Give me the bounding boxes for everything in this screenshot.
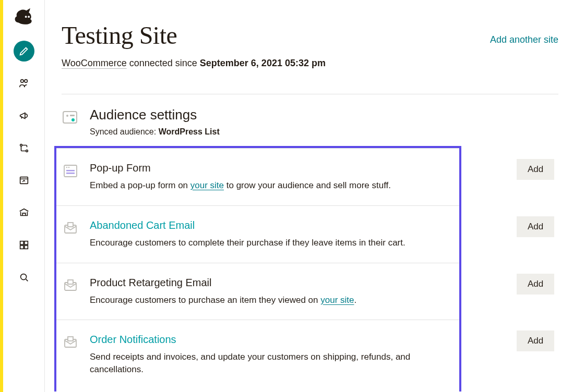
audience-settings-title: Audience settings xyxy=(90,107,220,123)
svg-point-1 xyxy=(28,16,30,18)
freddie-icon xyxy=(13,6,35,29)
svg-rect-26 xyxy=(68,337,73,341)
nav-automations[interactable] xyxy=(14,138,34,158)
connection-status: WooCommerce connected since September 6,… xyxy=(62,58,558,69)
platform-link[interactable]: WooCommerce xyxy=(62,58,127,68)
website-icon xyxy=(18,175,30,186)
svg-rect-9 xyxy=(20,246,23,249)
search-icon xyxy=(18,272,30,283)
email-icon xyxy=(63,278,78,293)
svg-rect-24 xyxy=(68,280,73,284)
svg-rect-14 xyxy=(70,115,75,116)
form-icon xyxy=(63,163,78,179)
svg-point-11 xyxy=(20,274,26,280)
connected-text: connected since xyxy=(129,58,197,68)
synced-value: WordPress List xyxy=(159,127,220,136)
svg-point-0 xyxy=(25,16,27,18)
brand-logo[interactable] xyxy=(13,6,35,29)
svg-point-18 xyxy=(68,167,69,168)
svg-rect-8 xyxy=(24,241,27,244)
journey-icon xyxy=(18,142,30,154)
your-site-link[interactable]: your site xyxy=(190,180,224,190)
abandoned-cart-title[interactable]: Abandoned Cart Email xyxy=(90,219,453,231)
audience-settings-header: Audience settings Synced audience: WordP… xyxy=(62,94,558,146)
svg-point-2 xyxy=(20,80,23,83)
add-abandoned-button[interactable]: Add xyxy=(517,216,554,237)
svg-point-17 xyxy=(66,167,67,168)
email-icon xyxy=(63,335,78,350)
synced-audience: Synced audience: WordPress List xyxy=(90,127,220,137)
svg-point-5 xyxy=(26,150,28,152)
row-popup-form: Pop-up Form Embed a pop-up form on your … xyxy=(56,148,459,205)
add-retarget-button[interactable]: Add xyxy=(517,274,554,295)
main-content: Testing Site Add another site WooCommerc… xyxy=(45,0,573,392)
grid-icon xyxy=(18,239,30,251)
nav-campaigns[interactable] xyxy=(14,105,34,126)
highlighted-section: Pop-up Form Embed a pop-up form on your … xyxy=(54,146,461,391)
svg-point-3 xyxy=(24,80,27,83)
svg-rect-22 xyxy=(68,223,73,227)
nav-audience[interactable] xyxy=(14,73,34,94)
popup-form-title: Pop-up Form xyxy=(90,162,453,174)
svg-point-4 xyxy=(20,144,22,146)
svg-point-13 xyxy=(66,115,68,117)
row-abandoned-cart: Abandoned Cart Email Encourage customers… xyxy=(56,205,459,263)
add-popup-button[interactable]: Add xyxy=(517,159,554,180)
settings-card-icon xyxy=(62,109,78,126)
add-another-site-link[interactable]: Add another site xyxy=(490,34,558,45)
svg-rect-19 xyxy=(66,170,75,172)
product-retargeting-title: Product Retargeting Email xyxy=(90,277,453,289)
svg-rect-20 xyxy=(66,173,75,174)
connected-date: September 6, 2021 05:32 pm xyxy=(200,58,326,68)
synced-label: Synced audience: xyxy=(90,127,156,136)
svg-point-15 xyxy=(71,118,75,121)
nav-website[interactable] xyxy=(14,170,34,191)
nav-integrations[interactable] xyxy=(14,235,34,255)
product-retargeting-desc: Encourage customers to purchase an item … xyxy=(90,294,453,307)
abandoned-cart-desc: Encourage customers to complete their pu… xyxy=(90,237,453,249)
pencil-icon xyxy=(18,45,30,57)
nav-search[interactable] xyxy=(14,267,34,288)
svg-rect-12 xyxy=(63,112,77,123)
row-order-notifications: Order Notifications Send receipts and in… xyxy=(56,320,459,381)
content-icon xyxy=(18,207,30,218)
your-site-link[interactable]: your site xyxy=(320,295,354,305)
page-title: Testing Site xyxy=(62,21,177,50)
megaphone-icon xyxy=(18,110,30,121)
nav-create[interactable] xyxy=(14,41,34,62)
popup-form-desc: Embed a pop-up form on your site to grow… xyxy=(90,179,453,192)
add-orders-button[interactable]: Add xyxy=(517,330,554,351)
svg-rect-10 xyxy=(24,246,27,249)
order-notifications-title[interactable]: Order Notifications xyxy=(90,334,453,346)
audience-icon xyxy=(18,78,30,89)
sidebar xyxy=(3,0,45,392)
email-icon xyxy=(63,220,78,236)
order-notifications-desc: Send receipts and invoices, and update y… xyxy=(90,351,453,376)
svg-rect-7 xyxy=(20,241,23,244)
nav-content[interactable] xyxy=(14,202,34,223)
row-product-retargeting: Product Retargeting Email Encourage cust… xyxy=(56,263,459,320)
